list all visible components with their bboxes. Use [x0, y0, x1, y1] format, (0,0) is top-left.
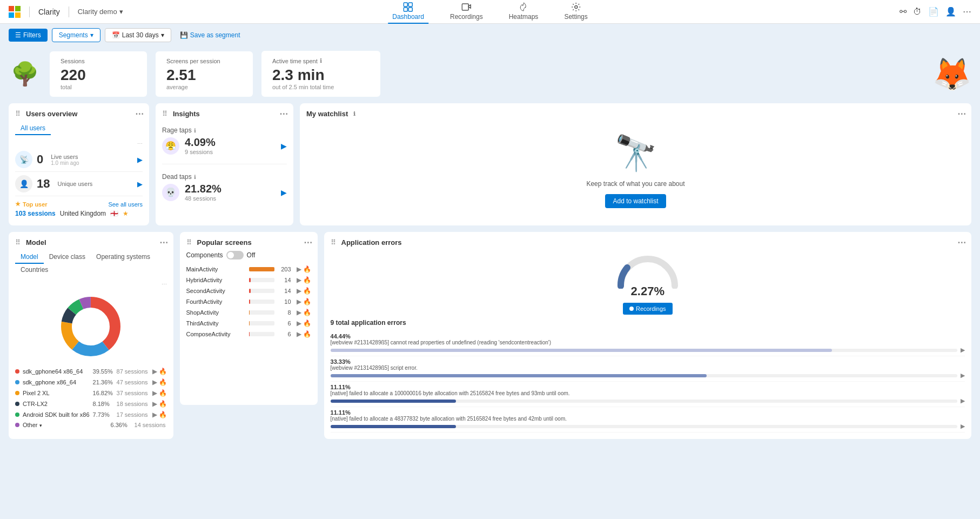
more-nav-icon[interactable]: ⋯: [963, 6, 971, 17]
save-segment-button[interactable]: 💾 Save as segment: [176, 29, 245, 42]
fire-icon-3[interactable]: 🔥: [159, 389, 167, 397]
nav-item-settings[interactable]: Settings: [560, 0, 592, 24]
rage-video-icon[interactable]: ▶: [281, 142, 287, 150]
video-action-icon2[interactable]: ▶: [137, 180, 143, 188]
device-row: Other ▾ 6.36% 14 sessions: [15, 420, 167, 430]
add-watchlist-button[interactable]: Add to watchlist: [605, 194, 666, 208]
drag-handle-screens[interactable]: ⠿: [186, 238, 192, 247]
errors-more-menu[interactable]: ⋯: [957, 237, 966, 248]
error-bar-2: [331, 374, 707, 377]
video-icon-4[interactable]: ▶: [152, 400, 157, 408]
screen-fire-1[interactable]: 🔥: [303, 265, 311, 273]
insights-card: ⠿ Insights ⋯ Rage taps ℹ 😤 4.09% 9 sessi…: [156, 103, 293, 225]
segments-button[interactable]: Segments ▾: [52, 28, 100, 42]
video-icon-2[interactable]: ▶: [152, 378, 157, 386]
screen-fire-7[interactable]: 🔥: [303, 330, 311, 338]
error-video-2[interactable]: ▶: [961, 372, 965, 379]
rage-taps-label: Rage taps ℹ: [162, 127, 287, 134]
nav-center: Dashboard Recordings Heatmaps Settings: [388, 0, 592, 24]
insights-divider: [162, 164, 287, 164]
error-video-4[interactable]: ▶: [961, 423, 965, 430]
toolbar: ☰ Filters Segments ▾ 📅 Last 30 days ▾ 💾 …: [0, 24, 980, 46]
nav-item-dashboard[interactable]: Dashboard: [388, 0, 428, 24]
screen-fire-2[interactable]: 🔥: [303, 276, 311, 284]
drag-handle-errors[interactable]: ⠿: [331, 238, 336, 247]
screen-video-3[interactable]: ▶: [297, 287, 301, 295]
users-more-menu[interactable]: ⋯: [135, 109, 144, 119]
share-icon[interactable]: ⚯: [900, 6, 907, 17]
toggle-switch[interactable]: [226, 251, 244, 260]
project-selector[interactable]: Clarity demo ▾: [78, 8, 123, 16]
device-sub-options: ⋯: [15, 281, 167, 287]
screen-video-5[interactable]: ▶: [297, 309, 301, 316]
video-icon-1[interactable]: ▶: [152, 368, 157, 375]
top-user-info: 103 sessions United Kingdom 🏴󠁧󠁢󠁥󠁮󠁧󠁿 ★: [15, 210, 143, 217]
tab-device-class[interactable]: Device class: [44, 251, 91, 264]
screen-actions-6: ▶ 🔥: [297, 320, 311, 327]
screen-name-5: ShopActivity: [186, 309, 246, 316]
screens-more-menu[interactable]: ⋯: [304, 237, 312, 248]
star-action-icon[interactable]: ★: [123, 210, 129, 217]
watchlist-empty-state: 🔭 Keep track of what you care about Add …: [306, 122, 965, 219]
days-button[interactable]: 📅 Last 30 days ▾: [105, 28, 171, 42]
device-name-4: CTR-LX2: [23, 401, 90, 407]
screen-video-4[interactable]: ▶: [297, 298, 301, 305]
drag-handle-device[interactable]: ⠿: [15, 238, 21, 247]
tab-operating-systems[interactable]: Operating systems: [91, 251, 156, 264]
screen-name-4: FourthActivity: [186, 298, 246, 305]
video-icon-5[interactable]: ▶: [152, 411, 157, 418]
error-desc-3: [native] failed to allocate a 100000016 …: [331, 390, 965, 396]
see-all-users-link[interactable]: See all users: [108, 201, 143, 208]
error-pct-1: 44.44%: [331, 333, 965, 340]
tab-countries[interactable]: Countries: [15, 264, 53, 277]
recordings-button[interactable]: Recordings: [623, 303, 673, 315]
device-tabs: Model Device class Operating systems Cou…: [15, 251, 167, 277]
tab-model[interactable]: Model: [15, 251, 44, 264]
screen-count-5: 8: [278, 309, 291, 316]
fire-icon-1[interactable]: 🔥: [159, 368, 167, 375]
device-name-3: Pixel 2 XL: [23, 390, 90, 396]
screen-video-1[interactable]: ▶: [297, 265, 301, 273]
nav-dashboard-label: Dashboard: [392, 13, 424, 21]
screen-fire-6[interactable]: 🔥: [303, 320, 311, 327]
screen-video-7[interactable]: ▶: [297, 330, 301, 338]
svg-rect-7: [409, 8, 413, 11]
screen-bar-bg-1: [249, 267, 274, 271]
rage-taps-value: 4.09%: [185, 136, 216, 149]
screen-fire-4[interactable]: 🔥: [303, 298, 311, 305]
dead-video-icon[interactable]: ▶: [281, 188, 287, 197]
drag-handle[interactable]: ⠿: [15, 110, 21, 118]
file-icon[interactable]: 📄: [928, 6, 939, 17]
top-user-sessions: 103 sessions: [15, 210, 56, 217]
screen-video-6[interactable]: ▶: [297, 320, 301, 327]
fire-icon-4[interactable]: 🔥: [159, 400, 167, 408]
screen-actions-3: ▶ 🔥: [297, 287, 311, 295]
screens-session-value: 2.51: [166, 66, 242, 84]
screen-video-2[interactable]: ▶: [297, 276, 301, 284]
insights-more-menu[interactable]: ⋯: [279, 109, 288, 119]
fire-icon-5[interactable]: 🔥: [159, 411, 167, 418]
device-row: CTR-LX2 8.18% 18 sessions ▶ 🔥: [15, 398, 167, 409]
video-icon-3[interactable]: ▶: [152, 389, 157, 397]
watchlist-more-menu[interactable]: ⋯: [957, 109, 966, 119]
nav-item-heatmaps[interactable]: Heatmaps: [505, 0, 543, 24]
drag-handle-insights[interactable]: ⠿: [162, 110, 167, 118]
screen-fire-3[interactable]: 🔥: [303, 287, 311, 295]
error-row-4: 11.11% [native] failed to allocate a 483…: [331, 407, 965, 432]
sessions-label: Sessions: [61, 58, 136, 64]
device-more-menu[interactable]: ⋯: [159, 237, 168, 248]
components-toggle: Components Off: [186, 251, 311, 260]
nav-item-recordings[interactable]: Recordings: [446, 0, 487, 24]
error-video-1[interactable]: ▶: [961, 347, 965, 354]
video-action-icon[interactable]: ▶: [137, 156, 143, 164]
recordings-dot: [629, 307, 634, 311]
clock-icon[interactable]: ⏱: [913, 7, 922, 17]
svg-rect-2: [9, 12, 14, 18]
screen-fire-5[interactable]: 🔥: [303, 309, 311, 316]
fire-icon-2[interactable]: 🔥: [159, 378, 167, 386]
filters-button[interactable]: ☰ Filters: [9, 29, 48, 42]
error-video-3[interactable]: ▶: [961, 397, 965, 404]
user-icon[interactable]: 👤: [945, 6, 956, 17]
tab-all-users[interactable]: All users: [15, 122, 51, 135]
device-row: sdk_gphone x86_64 21.36% 47 sessions ▶ 🔥: [15, 377, 167, 388]
